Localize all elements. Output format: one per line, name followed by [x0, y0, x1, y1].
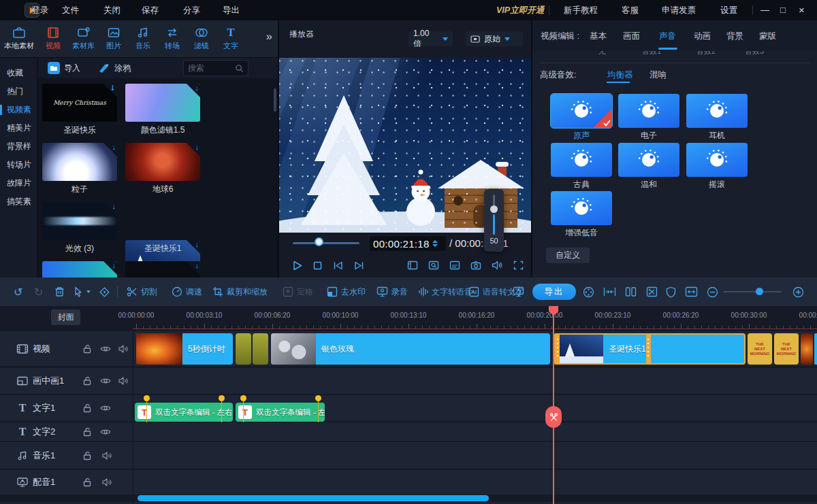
spinner-up-icon[interactable]	[432, 240, 438, 243]
playhead-line[interactable]	[553, 306, 554, 504]
timeline-video-clip[interactable]	[253, 333, 268, 365]
maximize-button[interactable]: □	[780, 0, 786, 20]
redo-button[interactable]: ↻	[34, 286, 43, 299]
preset-classical[interactable]	[551, 143, 612, 177]
keyframe-marker[interactable]	[219, 395, 225, 401]
subtitle-list-icon[interactable]	[449, 261, 460, 270]
tab-reverb[interactable]: 混响	[650, 69, 667, 81]
tab-image[interactable]: 图片	[103, 27, 124, 51]
timeline-text-clip[interactable]: T双击文字条编辑 - 左右	[236, 403, 325, 422]
media-scrollbar[interactable]	[274, 88, 276, 112]
search-input[interactable]	[188, 63, 235, 73]
prev-frame-button[interactable]	[333, 261, 343, 270]
category-backgrounds[interactable]: 背景样	[0, 137, 37, 156]
menu-share[interactable]: 分享	[183, 0, 200, 20]
menu-login[interactable]: 登录	[31, 0, 48, 20]
protect-button[interactable]	[666, 278, 676, 306]
current-time-box[interactable]: 00:00:21:18	[370, 236, 446, 251]
tool-text-to-speech[interactable]: 文字转语音	[418, 278, 472, 306]
tab-picture[interactable]: 画面	[623, 31, 640, 42]
tool-freeze[interactable]: 定格	[283, 278, 313, 306]
preset-rock[interactable]	[686, 143, 748, 177]
timeline-h-scrollbar[interactable]	[138, 495, 489, 501]
focus-zoom-icon[interactable]	[428, 261, 439, 270]
tool-crop[interactable]: 裁剪和缩放	[212, 278, 268, 306]
stop-button[interactable]	[313, 261, 322, 270]
menu-support[interactable]: 客服	[622, 0, 639, 20]
timeline-zoom-slider[interactable]	[723, 291, 782, 292]
timeline-video-clip[interactable]	[814, 333, 817, 365]
voice-monitor-button[interactable]	[513, 278, 524, 306]
tool-cut[interactable]: 切割	[127, 278, 157, 306]
keyframe-marker[interactable]	[240, 395, 246, 401]
category-video-assets[interactable]: 视频素	[0, 101, 37, 119]
fullscreen-icon[interactable]	[513, 261, 524, 270]
play-button[interactable]	[293, 261, 302, 271]
category-transitions[interactable]: 转场片	[0, 156, 37, 174]
tool-record[interactable]: 录音	[377, 278, 408, 306]
download-icon[interactable]: ↓	[112, 202, 116, 210]
timeline-video-clip[interactable]: THENEXTMORNING	[774, 333, 799, 365]
preset-bass-boost[interactable]	[551, 191, 612, 225]
tab-video[interactable]: 视频	[43, 27, 63, 51]
volume-slider-knob[interactable]	[490, 205, 498, 213]
clipped-option[interactable]: 无	[578, 51, 626, 57]
timeline-video-clip[interactable]	[236, 333, 251, 365]
category-glitch[interactable]: 故障片	[0, 174, 37, 192]
category-hot[interactable]: 热门	[0, 82, 37, 101]
clip-trim-handle-left[interactable]	[555, 335, 560, 363]
preset-mild[interactable]	[618, 143, 679, 177]
tab-text[interactable]: T 文字	[221, 27, 241, 51]
tab-music[interactable]: 音乐	[133, 27, 153, 51]
download-icon[interactable]: ↓	[195, 143, 199, 151]
media-item[interactable]: Merry Christmas ↓	[42, 84, 117, 122]
timeline-video-clip[interactable]: 银色玫瑰	[271, 333, 550, 365]
menu-invoice[interactable]: 申请发票	[662, 0, 696, 20]
tool-speed[interactable]: 调速	[172, 278, 202, 306]
frame-icon[interactable]	[407, 261, 418, 270]
category-favorites[interactable]: 收藏	[0, 64, 37, 82]
customize-button[interactable]: 自定义	[546, 248, 590, 263]
undo-button[interactable]: ↺	[14, 286, 22, 299]
zoom-out-button[interactable]	[707, 278, 718, 306]
preset-electronic[interactable]	[618, 94, 679, 128]
tab-filter[interactable]: 滤镜	[191, 27, 212, 51]
timeline-video-clip[interactable]: 圣诞快乐1	[554, 333, 746, 365]
preset-headphone[interactable]	[686, 94, 748, 128]
menu-close-project[interactable]: 关闭	[103, 0, 121, 20]
download-icon[interactable]: ↓	[110, 84, 116, 93]
player-progress-knob[interactable]	[315, 237, 323, 246]
tab-transition[interactable]: 转场	[162, 27, 182, 51]
menu-settings[interactable]: 设置	[720, 0, 737, 20]
doodle-button[interactable]: 涂鸦	[114, 63, 131, 74]
menu-file[interactable]: 文件	[62, 0, 79, 20]
merge-clips-button[interactable]	[603, 278, 616, 306]
download-icon[interactable]: ↓	[112, 261, 116, 269]
category-intros[interactable]: 精美片	[0, 119, 37, 137]
menu-tutorial[interactable]: 新手教程	[564, 0, 598, 20]
media-item[interactable]: ↓	[42, 143, 117, 181]
tab-basic[interactable]: 基本	[590, 31, 607, 42]
fit-timeline-button[interactable]	[685, 278, 698, 306]
select-cursor-button[interactable]	[74, 286, 83, 297]
preset-original[interactable]	[551, 94, 612, 128]
menu-export[interactable]: 导出	[223, 0, 240, 20]
clipped-option[interactable]: 音效2	[682, 51, 730, 57]
playback-speed-select[interactable]: 1.00 倍	[408, 31, 453, 46]
spinner-down-icon[interactable]	[432, 244, 438, 247]
fit-mode-select[interactable]: 原始	[466, 31, 523, 46]
clipped-option[interactable]: 音效3	[731, 51, 778, 57]
timeline-video-clip[interactable]: THENEXTMORNING	[748, 333, 772, 365]
timeline-zoom-knob[interactable]	[756, 288, 763, 295]
menu-save[interactable]: 保存	[142, 0, 159, 20]
tab-animation[interactable]: 动画	[694, 31, 711, 42]
minimize-button[interactable]: —	[760, 0, 769, 20]
vip-upgrade-button[interactable]: VIP立即开通	[496, 0, 544, 20]
tab-audio[interactable]: 声音	[659, 31, 676, 42]
tab-background[interactable]: 背景	[726, 31, 743, 42]
keyframe-marker[interactable]	[144, 395, 150, 401]
import-button[interactable]: 导入	[64, 63, 80, 74]
snap-marker-button[interactable]	[99, 286, 110, 298]
media-item[interactable]: ↓	[125, 84, 200, 122]
timeline-text-clip[interactable]: T双击文字条编辑 - 左右	[135, 403, 233, 422]
